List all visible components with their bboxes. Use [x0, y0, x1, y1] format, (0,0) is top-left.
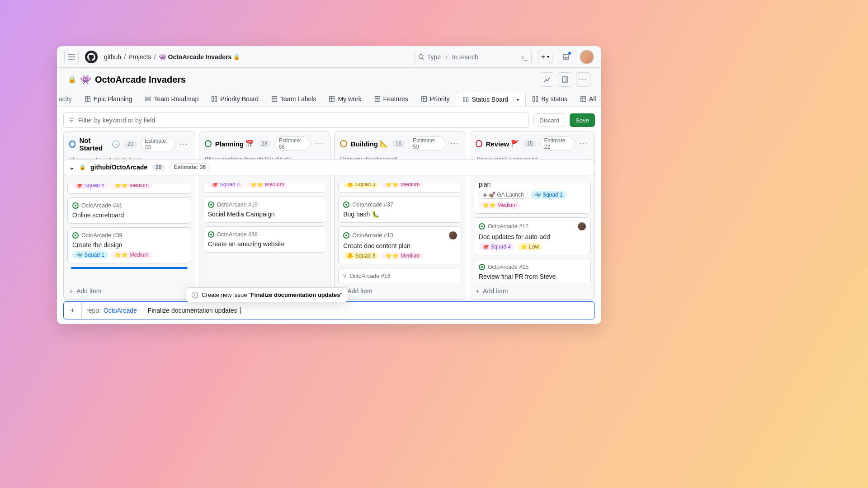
notification-dot	[568, 52, 571, 55]
issue-open-icon	[208, 231, 214, 238]
issue-card[interactable]: 🐙 Squad 4⭐⭐ Medium	[67, 184, 191, 194]
board: Not Started 🕒 20 Estimate: 33 ···This wo…	[57, 131, 601, 300]
project-menu-button[interactable]: ···	[576, 72, 590, 87]
board-icon	[462, 96, 469, 103]
column-menu[interactable]: ···	[579, 140, 589, 148]
crumb-projects[interactable]: Projects	[128, 53, 151, 61]
label[interactable]: 🐙 Squad 4	[72, 184, 108, 189]
filter-input[interactable]: Filter by keyword or by field	[63, 113, 529, 128]
filter-icon	[68, 117, 75, 123]
milestone-icon: ◈	[483, 192, 487, 198]
tab-dropdown[interactable]: ▾	[514, 97, 519, 102]
svg-rect-15	[581, 97, 586, 102]
assignee-avatar[interactable]	[578, 222, 586, 230]
tab-team-labels[interactable]: Team Labels	[265, 92, 322, 106]
label[interactable]: ◈ 🚀 GA Launch	[479, 191, 528, 199]
tab-all[interactable]: All	[574, 92, 601, 106]
label[interactable]: 🐙 Squad 4	[208, 183, 244, 188]
inbox-button[interactable]	[559, 50, 573, 64]
label[interactable]: ⭐⭐ Medium	[382, 252, 423, 259]
column-menu[interactable]: ···	[314, 140, 325, 148]
roadmap-icon	[145, 96, 151, 102]
tab-team-roadmap[interactable]: Team Roadmap	[138, 92, 205, 106]
label[interactable]: ⭐⭐ Medium	[479, 202, 520, 209]
crumb-org[interactable]: github	[104, 53, 121, 61]
label[interactable]: ⭐⭐ Medium	[111, 184, 152, 189]
slash-key: /	[443, 54, 449, 60]
insights-button[interactable]	[540, 72, 554, 87]
issue-card[interactable]: OctoArcade #19Social Media Campaign	[203, 197, 327, 223]
card-title: Bug bash 🐛	[343, 211, 457, 218]
tab-partial[interactable]: acity	[57, 92, 78, 106]
issue-card[interactable]: OctoArcade #38Create an amazing website	[203, 226, 327, 253]
breadcrumb: github/ Projects/ 👾OctoArcade Invaders🔒	[104, 53, 240, 61]
tab-features[interactable]: Features	[368, 92, 415, 106]
column-title: Building 📐	[351, 140, 388, 148]
label[interactable]: ⭐⭐ Medium	[382, 183, 423, 188]
global-search[interactable]: Type / to search ›_	[414, 50, 532, 64]
card-title: Create the design	[72, 241, 186, 249]
label[interactable]: 🐳 Squad 1	[531, 191, 566, 199]
issue-card[interactable]: OctoArcade #12Doc updates for auto-add🐙 …	[474, 217, 591, 255]
label[interactable]: 🐙 Squad 4	[479, 243, 514, 250]
column-menu[interactable]: ···	[450, 140, 460, 148]
discard-button[interactable]: Discard	[533, 113, 565, 127]
app-window: github/ Projects/ 👾OctoArcade Invaders🔒 …	[57, 46, 601, 324]
card-ref: OctoArcade #15	[488, 264, 528, 270]
column-count: 20	[124, 141, 137, 148]
command-palette-icon[interactable]: ›_	[522, 53, 527, 61]
column-planning: Planning 📅 23 Estimate: 66 ···We're work…	[199, 131, 331, 300]
issue-card[interactable]: OctoArcade #15Review final PR from Steve…	[474, 259, 591, 283]
svg-rect-5	[212, 97, 214, 102]
omnibar[interactable]: + repo:OctoArcade Finalize documentation…	[63, 301, 595, 319]
issue-card[interactable]: OctoArcade #37Bug bash 🐛	[338, 197, 462, 223]
menu-button[interactable]	[64, 50, 79, 64]
add-item-button[interactable]: Add item	[335, 283, 466, 299]
add-item-button[interactable]: Add item	[64, 283, 195, 299]
chevron-down-icon[interactable]: ⌄	[69, 164, 75, 171]
project-title: OctoArcade Invaders	[95, 75, 186, 85]
column-menu[interactable]: ···	[179, 140, 189, 148]
label[interactable]: 🐥 Squad 3	[343, 183, 379, 188]
issue-card[interactable]: 🐥 Squad 3⭐⭐ Medium	[338, 183, 462, 193]
lock-icon: 🔒	[68, 75, 76, 84]
swimlane-header[interactable]: ⌄ 🔒 github/OctoArcade 20 Estimate: 36	[63, 159, 595, 175]
tab-my-work[interactable]: My work	[322, 92, 368, 106]
tab-priority[interactable]: Priority	[415, 92, 456, 106]
label[interactable]: ⭐⭐ Medium	[246, 183, 288, 188]
card-title: Doc updates for auto-add	[479, 233, 586, 240]
issue-card[interactable]: OctoArcade #16Initial content design	[338, 268, 462, 283]
issue-card[interactable]: plan◈ 🚀 GA Launch🐳 Squad 1⭐⭐ Medium	[474, 183, 591, 214]
card-labels: ◈ 🚀 GA Launch🐳 Squad 1⭐⭐ Medium	[479, 191, 586, 209]
tab-by-status[interactable]: By status	[526, 92, 574, 106]
create-issue-suggestion[interactable]: Create new issue "Finalize documentation…	[186, 287, 348, 302]
label[interactable]: ⭐⭐ Medium	[111, 251, 152, 258]
issue-card[interactable]: OctoArcade #13Create doc content plan🐥 S…	[338, 226, 462, 264]
label[interactable]: 🐥 Squad 3	[343, 252, 379, 259]
save-button[interactable]: Save	[570, 113, 595, 127]
issue-open-icon	[208, 202, 214, 208]
card-title: Social Media Campaign	[208, 211, 322, 218]
tab-epic-planning[interactable]: Epic Planning	[78, 92, 139, 106]
assignee-avatar[interactable]	[449, 231, 457, 239]
column-title: Review 🚩	[486, 140, 520, 148]
card-ref: OctoArcade #37	[352, 202, 393, 208]
tab-status-board[interactable]: Status Board▾	[456, 92, 526, 107]
issue-card[interactable]: OctoArcade #39Create the design🐳 Squad 1…	[67, 227, 191, 263]
panel-button[interactable]	[558, 72, 572, 87]
user-avatar[interactable]	[580, 50, 594, 64]
github-logo[interactable]	[85, 51, 98, 63]
issue-card[interactable]: 🐙 Squad 4⭐⭐ Medium	[203, 183, 327, 193]
issue-card[interactable]: OctoArcade #41Online scoreboard	[67, 197, 191, 224]
tab-priority-board[interactable]: Priority Board	[205, 92, 265, 106]
add-item-button[interactable]: Add item	[470, 283, 594, 299]
label[interactable]: ⭐ Low	[517, 243, 542, 250]
label[interactable]: 🐳 Squad 1	[72, 251, 108, 258]
omnibar-plus[interactable]: +	[64, 302, 82, 319]
svg-rect-8	[330, 97, 335, 102]
create-new-button[interactable]: +▾	[538, 50, 552, 64]
board-icon	[532, 96, 538, 102]
swimlane-repo: github/OctoArcade	[90, 164, 147, 171]
swimlane-count: 20	[152, 164, 165, 171]
table-icon	[271, 96, 278, 102]
